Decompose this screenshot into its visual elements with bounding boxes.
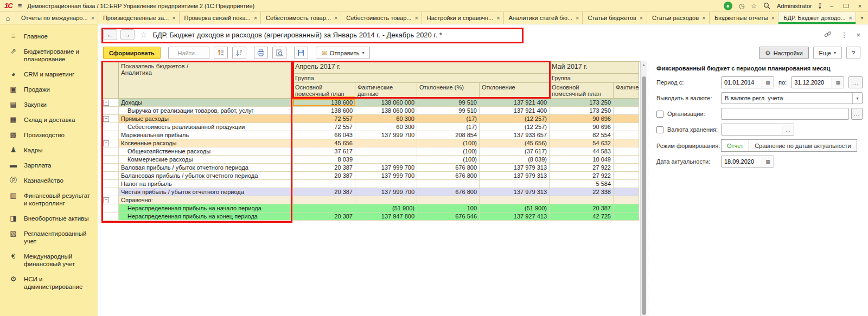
row-label-cell[interactable]: Себестоимость реализованной продукции [119,123,293,131]
cell-april-dev[interactable]: (12 257) [480,123,550,131]
cell-april-dev[interactable]: 137 979 313 [480,164,550,172]
get-link-icon[interactable] [824,31,832,38]
cell-april-plan[interactable]: 138 600 [293,99,355,107]
cell-april-fact[interactable]: 137 999 700 [355,131,417,139]
row-expander-cell[interactable] [101,139,119,147]
cell-april-dev[interactable]: (12 257) [480,115,550,123]
row-label-cell[interactable]: Нераспределенная прибыль на конец период… [119,212,293,221]
tab[interactable]: Себестоимость товар... × [261,12,341,24]
cell-april-devpct[interactable]: 99 510 [417,107,480,115]
row-expander-cell[interactable] [101,99,119,107]
sort-desc-button[interactable] [232,47,246,59]
row-label-cell[interactable]: Прямые расходы [119,115,293,123]
tab-overflow-icon[interactable]: ▾ [856,12,868,24]
sidebar-item[interactable]: ≡ Главное [0,29,98,44]
vertical-scrollbar[interactable]: ▴ [640,61,647,316]
cell-may-fact[interactable] [614,180,639,188]
row-expander-cell[interactable] [101,164,119,172]
period-to-field[interactable]: ▦ [791,76,844,88]
cell-may-fact[interactable] [614,196,639,204]
cell-april-fact[interactable] [355,180,417,188]
sidebar-item[interactable]: ⇗ Бюджетирование и планирование [0,44,98,67]
row-expander-cell[interactable] [101,123,119,131]
row-label-cell[interactable]: Справочно: [119,196,293,204]
cell-may-fact[interactable] [614,172,639,180]
organizations-field[interactable] [721,108,849,120]
cell-april-fact[interactable]: 137 999 700 [355,164,417,172]
save-icon-button[interactable] [294,47,308,59]
tab-close-icon[interactable]: × [334,15,337,21]
cell-april-dev[interactable]: 137 979 313 [480,172,550,180]
cell-april-plan[interactable]: 72 557 [293,123,355,131]
more-button[interactable]: Еще ▾ [813,47,842,59]
calendar-icon[interactable]: ▦ [762,77,774,88]
row-label-cell[interactable]: Чистая прибыль / убыток отчетного период… [119,188,293,196]
favorites-icon[interactable]: ☆ [751,2,757,10]
tab[interactable]: Настройки и справочн... × [422,12,504,24]
period-from-field[interactable]: ▦ [721,76,774,88]
tab-close-icon[interactable]: × [496,15,500,21]
cell-may-plan[interactable]: 20 387 [550,204,614,212]
find-button[interactable]: Найти... [168,47,209,59]
tab[interactable]: Бюджетные отчеты × [710,12,778,24]
row-label-cell[interactable]: Выручка от реализации товаров, работ, ус… [119,107,293,115]
cell-april-dev[interactable]: 137 927 413 [480,212,550,221]
cell-april-devpct[interactable]: 208 854 [417,131,480,139]
sidebar-item[interactable]: ▣ Продажи [0,82,98,97]
cell-april-devpct[interactable]: (100) [417,139,480,147]
home-tab[interactable]: ⌂ [0,12,16,24]
tab-close-icon[interactable]: × [771,15,774,21]
cell-may-plan[interactable]: 10 049 [550,156,614,164]
cell-april-dev[interactable]: 137 921 400 [480,99,550,107]
cell-april-fact[interactable]: 137 999 700 [355,188,417,196]
cell-april-fact[interactable]: 60 300 [355,123,417,131]
cell-april-fact[interactable]: 137 947 800 [355,212,417,221]
cell-may-plan[interactable]: 54 632 [550,139,614,147]
cell-april-devpct[interactable]: 676 546 [417,212,480,221]
cell-april-fact[interactable] [355,147,417,156]
dropdown-caret-icon[interactable]: ▾ [852,93,862,104]
cell-may-plan[interactable]: 22 338 [550,188,614,196]
cell-may-fact[interactable] [614,107,639,115]
back-button[interactable]: ← [103,29,117,40]
cell-may-plan[interactable]: 27 922 [550,164,614,172]
cell-april-devpct[interactable]: 676 800 [417,164,480,172]
cell-april-devpct[interactable]: (17) [417,123,480,131]
row-label-cell[interactable]: Маржинальная прибыль [119,131,293,139]
sort-asc-button[interactable] [214,47,228,59]
send-button[interactable]: ✉ Отправить ▾ [316,47,371,59]
cell-april-plan[interactable] [293,196,355,204]
cell-april-plan[interactable]: 37 617 [293,147,355,156]
cell-april-fact[interactable] [355,156,417,164]
tab-close-icon[interactable]: × [91,15,94,21]
window-close-button[interactable]: × [856,3,864,9]
cell-april-fact[interactable]: 60 300 [355,115,417,123]
row-expander-cell[interactable] [101,204,119,212]
row-label-cell[interactable]: Доходы [119,99,293,107]
cell-april-plan[interactable]: 20 387 [293,188,355,196]
cell-april-dev[interactable]: 137 933 657 [480,131,550,139]
cell-april-fact[interactable] [355,196,417,204]
cell-may-plan[interactable]: 42 725 [550,212,614,221]
cell-april-dev[interactable]: (37 617) [480,147,550,156]
cell-may-fact[interactable] [614,156,639,164]
sidebar-item[interactable]: ⚙ НСИ и администрирование [0,272,98,294]
row-expander-cell[interactable] [101,196,119,204]
cell-april-plan[interactable]: 72 557 [293,115,355,123]
row-label-cell[interactable]: Нераспределенная прибыль на начало перио… [119,204,293,212]
cell-april-dev[interactable] [480,180,550,188]
cell-april-plan[interactable]: 45 656 [293,139,355,147]
row-expander-cell[interactable] [101,115,119,123]
sidebar-item[interactable]: ▩ Производство [0,127,98,143]
tab-close-icon[interactable]: × [849,15,852,21]
cell-april-devpct[interactable] [417,180,480,188]
row-label-cell[interactable]: Валовая прибыль / убыток отчетного перио… [119,164,293,172]
row-expander-cell[interactable] [101,212,119,221]
cell-april-plan[interactable]: 66 043 [293,131,355,139]
cell-april-dev[interactable]: (45 656) [480,139,550,147]
print-icon-button[interactable] [254,47,268,59]
cell-may-fact[interactable] [614,123,639,131]
sidebar-item[interactable]: € Международный финансовый учет [0,249,98,272]
current-user[interactable]: Administrator [777,3,812,9]
cell-april-dev[interactable]: 137 979 313 [480,188,550,196]
